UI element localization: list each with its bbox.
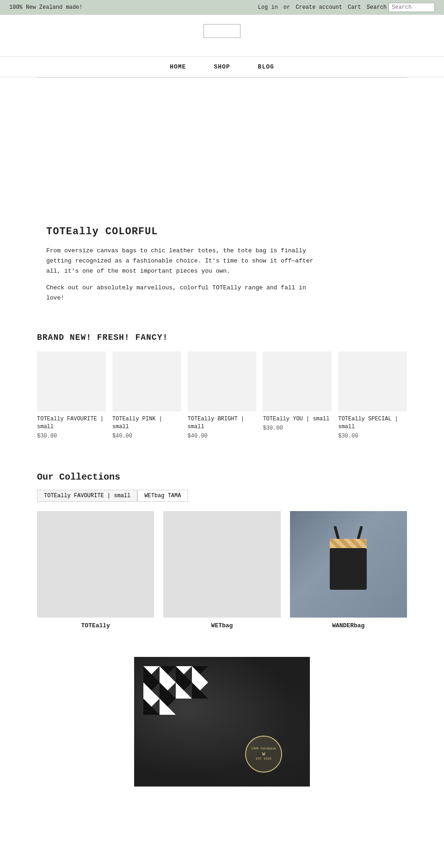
product-card[interactable]: TOTEally PINK | small $40.00 bbox=[112, 351, 181, 439]
collections-grid: TOTEally WETbag WANDERbag bbox=[37, 511, 407, 629]
collection-label-wetbag: WETbag bbox=[211, 622, 233, 629]
nav-blog[interactable]: BLOG bbox=[258, 63, 274, 70]
bag-body bbox=[330, 548, 367, 590]
top-bar-right: Log in or Create account Cart Search bbox=[258, 3, 435, 12]
collection-image-wanderbag bbox=[290, 511, 407, 618]
search-form: Search bbox=[367, 3, 435, 12]
tagline: 100% New Zealand made! bbox=[9, 4, 82, 11]
collection-item-wetbag[interactable]: WETbag bbox=[163, 511, 280, 629]
collection-tab-0[interactable]: TOTEally FAVOURITE | small bbox=[37, 490, 137, 502]
product-name: TOTEally YOU | small bbox=[263, 415, 332, 423]
top-bar: 100% New Zealand made! Log in or Create … bbox=[0, 0, 444, 15]
collection-image-toteally bbox=[37, 511, 154, 618]
logo[interactable] bbox=[204, 24, 240, 38]
or-text: or bbox=[284, 4, 290, 11]
product-price: $40.00 bbox=[112, 433, 181, 439]
stamp-circle: 100% handmade W EST 2020 bbox=[245, 736, 282, 773]
bottom-large-image: 100% handmade W EST 2020 bbox=[134, 657, 310, 787]
product-name: TOTEally BRIGHT | small bbox=[188, 415, 257, 431]
stamp-text-line1: 100% handmade bbox=[251, 747, 277, 751]
bag-strap-right bbox=[357, 526, 364, 540]
nav-home[interactable]: HOME bbox=[170, 63, 186, 70]
product-image bbox=[112, 351, 181, 412]
collection-tab-1[interactable]: WETbag TAMA bbox=[137, 490, 188, 502]
triangle-pattern bbox=[143, 666, 208, 731]
collections-tabs: TOTEally FAVOURITE | small WETbag TAMA bbox=[37, 490, 407, 502]
product-price: $30.00 bbox=[263, 425, 332, 431]
product-card[interactable]: TOTEally FAVOURITE | small $30.00 bbox=[37, 351, 106, 439]
product-name: TOTEally PINK | small bbox=[112, 415, 181, 431]
collection-item-wanderbag[interactable]: WANDERbag bbox=[290, 511, 407, 629]
product-name: TOTEally FAVOURITE | small bbox=[37, 415, 106, 431]
nav-bar: HOME SHOP BLOG bbox=[0, 56, 444, 77]
products-grid: TOTEally FAVOURITE | small $30.00 TOTEal… bbox=[37, 351, 407, 439]
collections-heading: Our Collections bbox=[37, 472, 407, 482]
product-card[interactable]: TOTEally BRIGHT | small $40.00 bbox=[188, 351, 257, 439]
product-price: $30.00 bbox=[37, 433, 106, 439]
bag-strap-left bbox=[334, 526, 340, 540]
collection-label-wanderbag: WANDERbag bbox=[332, 622, 364, 629]
bottom-image-section: 100% handmade W EST 2020 bbox=[0, 648, 444, 805]
stamp-logo: W bbox=[262, 751, 265, 757]
content-paragraph-2: Check out our absolutely marvellous, col… bbox=[46, 283, 324, 303]
collections-section: Our Collections TOTEally FAVOURITE | sma… bbox=[0, 458, 444, 648]
logo-area bbox=[0, 15, 444, 43]
search-input[interactable] bbox=[388, 3, 435, 12]
content-section: TOTEally COLORFUL From oversize canvas b… bbox=[0, 207, 444, 324]
collection-item-toteally[interactable]: TOTEally bbox=[37, 511, 154, 629]
login-link[interactable]: Log in bbox=[258, 4, 278, 11]
products-section: BRAND NEW! FRESH! FANCY! TOTEally FAVOUR… bbox=[0, 324, 444, 458]
product-image bbox=[263, 351, 332, 412]
product-card[interactable]: TOTEally SPECIAL | small $30.00 bbox=[338, 351, 407, 439]
create-account-link[interactable]: Create account bbox=[296, 4, 342, 11]
hero-area bbox=[37, 78, 407, 207]
product-price: $30.00 bbox=[338, 433, 407, 439]
collection-image-wetbag bbox=[163, 511, 280, 618]
product-card[interactable]: TOTEally YOU | small $30.00 bbox=[263, 351, 332, 439]
products-heading: BRAND NEW! FRESH! FANCY! bbox=[37, 333, 407, 342]
cart-link[interactable]: Cart bbox=[348, 4, 361, 11]
collection-label-toteally: TOTEally bbox=[81, 622, 110, 629]
product-name: TOTEally SPECIAL | small bbox=[338, 415, 407, 431]
search-label: Search bbox=[367, 4, 387, 11]
content-paragraph-1: From oversize canvas bags to chic leathe… bbox=[46, 246, 324, 276]
bag-visual bbox=[325, 539, 371, 590]
nav-shop[interactable]: SHOP bbox=[214, 63, 230, 70]
stamp-text-line2: EST 2020 bbox=[256, 757, 271, 762]
product-image bbox=[37, 351, 106, 412]
product-image bbox=[338, 351, 407, 412]
product-price: $40.00 bbox=[188, 433, 257, 439]
content-heading: TOTEally COLORFUL bbox=[46, 226, 398, 237]
product-image bbox=[188, 351, 257, 412]
